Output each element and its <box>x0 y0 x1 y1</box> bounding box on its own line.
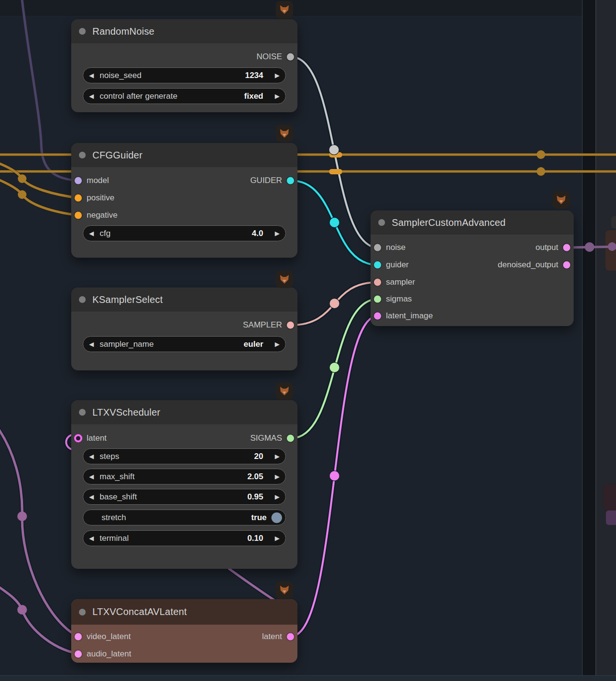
port-row: video_latent latent <box>71 630 297 643</box>
collapse-dot[interactable] <box>79 409 86 416</box>
input-port-video-latent[interactable] <box>75 633 82 641</box>
node-header[interactable]: LTXVScheduler <box>71 400 297 424</box>
reroute-dot-output[interactable] <box>585 242 594 252</box>
node-samplercustomadvanced[interactable]: SamplerCustomAdvanced noise output guide… <box>371 210 574 326</box>
increment-arrow-icon[interactable]: ▶ <box>270 453 280 460</box>
input-port-latent[interactable] <box>74 434 82 443</box>
widget-label: cfg <box>100 229 111 238</box>
node-badge <box>276 1 293 18</box>
node-ltxvscheduler[interactable]: LTXVScheduler latent SIGMAS ◀ steps 20 ▶… <box>71 400 297 569</box>
node-header[interactable]: RandomNoise <box>71 19 297 43</box>
reroute-dot-guider[interactable] <box>330 218 339 227</box>
reroute-dot-negative[interactable] <box>18 190 26 199</box>
decrement-arrow-icon[interactable]: ◀ <box>89 493 99 500</box>
output-port-sampler[interactable] <box>287 322 294 329</box>
output-port-noise[interactable] <box>287 53 294 61</box>
widget-value[interactable]: fixed <box>244 92 263 101</box>
node-header[interactable]: KSamplerSelect <box>71 288 297 312</box>
node-header[interactable]: SamplerCustomAdvanced <box>371 210 574 235</box>
output-port-guider[interactable] <box>287 177 294 184</box>
reroute-dot-sampler[interactable] <box>330 299 339 308</box>
input-port-guider[interactable] <box>374 262 381 269</box>
widget-value[interactable]: 20 <box>254 452 263 461</box>
widget-value[interactable]: 0.10 <box>247 534 263 543</box>
widget-noise-seed[interactable]: ◀ noise_seed 1234 ▶ <box>83 67 286 83</box>
node-randomnoise[interactable]: RandomNoise NOISE ◀ noise_seed 1234 ▶ ◀ … <box>71 19 297 112</box>
reroute-dot-conditioning-right[interactable] <box>537 150 545 159</box>
input-port-noise[interactable] <box>374 244 381 251</box>
port-row: positive <box>71 191 297 205</box>
collapse-dot[interactable] <box>79 28 86 35</box>
decrement-arrow-icon[interactable]: ◀ <box>89 230 99 237</box>
collapse-dot[interactable] <box>378 219 385 226</box>
decrement-arrow-icon[interactable]: ◀ <box>89 453 99 460</box>
input-port-latent-image[interactable] <box>374 313 381 320</box>
widget-sampler-name[interactable]: ◀ sampler_name euler ▶ <box>83 336 286 352</box>
decrement-arrow-icon[interactable]: ◀ <box>89 92 99 100</box>
widget-steps[interactable]: ◀ steps 20 ▶ <box>83 448 286 464</box>
reroute-dot-output-edge[interactable] <box>608 242 616 251</box>
collapse-dot[interactable] <box>79 296 86 303</box>
output-port-output[interactable] <box>563 244 570 251</box>
port-row: NOISE <box>71 50 297 64</box>
increment-arrow-icon[interactable]: ▶ <box>270 493 280 500</box>
widget-value[interactable]: euler <box>244 340 263 349</box>
decrement-arrow-icon[interactable]: ◀ <box>89 72 99 79</box>
input-port-model[interactable] <box>75 177 82 184</box>
widget-base-shift[interactable]: ◀ base_shift 0.95 ▶ <box>83 489 286 505</box>
node-badge <box>276 382 293 400</box>
widget-control-after-generate[interactable]: ◀ control after generate fixed ▶ <box>83 88 286 104</box>
increment-arrow-icon[interactable]: ▶ <box>270 535 280 542</box>
output-port-denoised-output[interactable] <box>563 262 570 269</box>
node-ksamplerselect[interactable]: KSamplerSelect SAMPLER ◀ sampler_name eu… <box>71 288 297 370</box>
conditioning-crossing-tick[interactable] <box>329 169 342 174</box>
collapse-dot[interactable] <box>79 152 86 158</box>
reroute-dot-conditioning-right[interactable] <box>537 167 545 176</box>
reroute-dot-latent[interactable] <box>330 471 339 481</box>
widget-cfg[interactable]: ◀ cfg 4.0 ▶ <box>83 225 286 241</box>
collapse-dot[interactable] <box>79 609 86 616</box>
widget-stretch[interactable]: stretch true <box>83 510 286 525</box>
node-header[interactable]: LTXVConcatAVLatent <box>71 599 297 625</box>
reroute-dot-sigmas[interactable] <box>330 363 339 372</box>
input-label: video_latent <box>87 632 131 642</box>
decrement-arrow-icon[interactable]: ◀ <box>89 535 99 542</box>
node-graph-canvas[interactable]: RandomNoise NOISE ◀ noise_seed 1234 ▶ ◀ … <box>0 0 616 681</box>
wire-audio-latent[interactable] <box>0 586 78 654</box>
widget-max-shift[interactable]: ◀ max_shift 2.05 ▶ <box>83 469 286 485</box>
increment-arrow-icon[interactable]: ▶ <box>270 92 280 100</box>
input-label: latent <box>87 433 107 443</box>
input-port-sigmas[interactable] <box>374 296 381 303</box>
reroute-dot-audio-latent[interactable] <box>17 605 27 615</box>
decrement-arrow-icon[interactable]: ◀ <box>89 473 99 480</box>
node-title: RandomNoise <box>92 26 154 37</box>
node-title: LTXVScheduler <box>92 407 160 418</box>
widget-value[interactable]: true <box>251 513 267 523</box>
node-header[interactable]: CFGGuider <box>71 143 297 167</box>
increment-arrow-icon[interactable]: ▶ <box>270 340 280 348</box>
increment-arrow-icon[interactable]: ▶ <box>270 72 280 79</box>
input-port-positive[interactable] <box>75 195 82 202</box>
output-port-latent[interactable] <box>287 633 294 641</box>
port-row: guider denoised_output <box>371 258 574 272</box>
node-badge <box>552 191 570 209</box>
widget-value[interactable]: 2.05 <box>247 472 263 482</box>
reroute-dot-video-latent[interactable] <box>17 511 27 521</box>
increment-arrow-icon[interactable]: ▶ <box>270 473 280 480</box>
toggle-knob[interactable] <box>271 512 282 523</box>
widget-value[interactable]: 4.0 <box>252 229 263 238</box>
input-port-negative[interactable] <box>75 212 82 219</box>
reroute-dot-noise[interactable] <box>329 145 339 155</box>
input-port-audio-latent[interactable] <box>75 651 82 658</box>
widget-terminal[interactable]: ◀ terminal 0.10 ▶ <box>83 530 286 546</box>
node-ltxvconcatavlatent[interactable]: LTXVConcatAVLatent video_latent latent a… <box>71 599 297 663</box>
output-port-sigmas[interactable] <box>287 435 294 442</box>
input-port-sampler[interactable] <box>374 279 381 286</box>
widget-value[interactable]: 0.95 <box>247 492 263 502</box>
reroute-dot-positive[interactable] <box>18 174 26 183</box>
node-cfgguider[interactable]: CFGGuider model GUIDER positive negative… <box>71 143 297 258</box>
increment-arrow-icon[interactable]: ▶ <box>270 230 280 237</box>
widget-value[interactable]: 1234 <box>245 71 263 80</box>
output-label: NOISE <box>257 52 282 62</box>
decrement-arrow-icon[interactable]: ◀ <box>89 340 99 348</box>
